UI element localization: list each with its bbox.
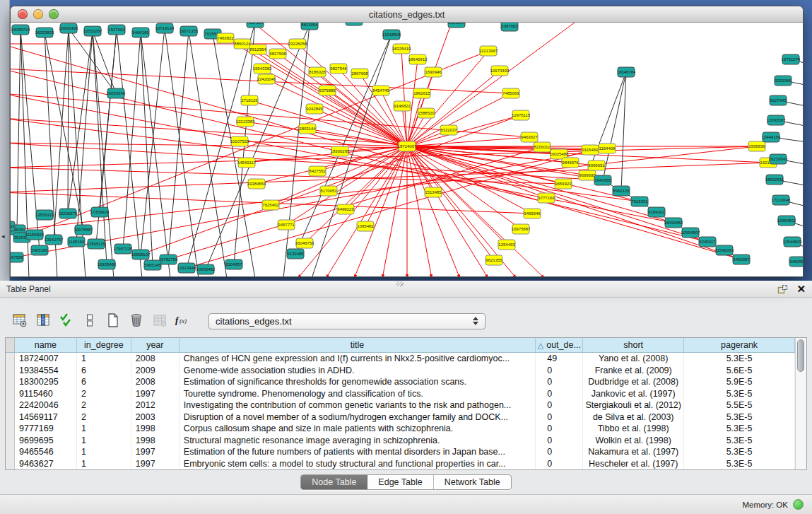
graph-node[interactable]: 12213967 [479, 46, 498, 56]
black-edge[interactable] [68, 28, 69, 214]
table-row[interactable]: 977716911998Corpus callosum shape and si… [6, 423, 795, 435]
zoom-window-icon[interactable] [49, 9, 59, 19]
network-graph[interactable]: 1872400724055724160538092069140610553287… [11, 23, 803, 276]
graph-node[interactable]: 30975887 [74, 225, 93, 235]
minimize-window-icon[interactable] [33, 9, 43, 19]
network-window[interactable]: citations_edges.txt 18724007240557241605… [10, 6, 804, 277]
black-edge[interactable] [93, 31, 107, 264]
select-checks-button[interactable] [57, 311, 76, 331]
graph-node[interactable]: 8960125 [613, 186, 630, 196]
graph-node[interactable]: 8099651 [588, 160, 605, 170]
column-header-in_degree[interactable]: in_degree [77, 338, 131, 352]
graph-node[interactable]: 1513485 [425, 187, 442, 197]
network-canvas[interactable]: 1872400724055724160538092069140610553287… [11, 23, 803, 276]
red-edge[interactable] [327, 90, 407, 146]
table-disabled-button[interactable] [151, 311, 169, 331]
network-window-titlebar[interactable]: citations_edges.txt [11, 6, 803, 23]
graph-node[interactable]: 10975887 [512, 224, 531, 234]
graph-node[interactable]: 15751074 [782, 54, 801, 64]
graph-node[interactable]: 1640955 [594, 175, 611, 185]
graph-node[interactable]: 18325419 [392, 44, 411, 54]
graph-node[interactable]: 1095482 [357, 221, 374, 231]
graph-node[interactable]: 12544829 [783, 237, 802, 247]
black-edge[interactable] [17, 30, 20, 230]
graph-node[interactable]: 23226058 [288, 39, 307, 49]
graph-node[interactable]: 8216012 [534, 142, 551, 152]
graph-node[interactable]: 2718126 [241, 95, 258, 105]
graph-node[interactable]: 12923448 [177, 263, 196, 273]
close-panel-icon[interactable]: ✕ [796, 284, 806, 294]
column-header-title[interactable]: title [180, 338, 536, 352]
graph-node[interactable]: 20206576 [59, 209, 78, 218]
graph-node[interactable]: 13505115 [87, 239, 106, 249]
graph-node[interactable]: 9375885 [319, 86, 336, 95]
graph-node[interactable]: 16543382 [253, 64, 272, 74]
graph-node[interactable]: 17210648 [772, 195, 791, 205]
graph-node[interactable]: 9827508 [269, 49, 286, 59]
graph-node[interactable]: 9827546 [330, 64, 347, 74]
graph-node[interactable]: 10935482 [196, 264, 216, 274]
new-document-button[interactable] [104, 311, 122, 331]
table-row[interactable]: 969969511998Structural magnetic resonanc… [6, 435, 795, 447]
tab-network-table[interactable]: Network Table [434, 475, 511, 489]
vertical-scrollbar[interactable] [795, 338, 806, 469]
graph-node[interactable]: 19384554 [247, 179, 266, 189]
tab-node-table[interactable]: Node Table [301, 475, 367, 489]
row-selection-button[interactable] [81, 311, 99, 331]
graph-node[interactable]: 8313054 [448, 23, 465, 28]
graph-node[interactable]: 9463627 [521, 132, 538, 142]
black-edge[interactable] [117, 30, 142, 276]
graph-node[interactable]: 16782759 [159, 255, 178, 264]
graph-node[interactable]: 8104957 [225, 259, 242, 269]
graph-node[interactable]: 7485063 [502, 88, 519, 98]
graph-node[interactable]: 12975115 [512, 110, 531, 120]
graph-node[interactable]: 7625402 [262, 200, 279, 210]
graph-node[interactable]: 2803144 [299, 124, 316, 134]
graph-node[interactable]: 8813054 [301, 23, 318, 30]
graph-node[interactable]: 2087682 [501, 23, 518, 31]
graph-node[interactable]: 2867608 [351, 69, 368, 78]
panel-collapse-arrow-icon[interactable]: ◂ [1, 233, 5, 240]
red-edge[interactable] [401, 49, 407, 146]
graph-node[interactable]: 8454749 [372, 86, 389, 95]
red-edge[interactable] [407, 137, 529, 146]
graph-node[interactable]: 18640910 [408, 54, 428, 64]
black-edge[interactable] [141, 33, 153, 265]
column-header-short[interactable]: short [583, 338, 684, 352]
graph-node[interactable]: 9146821 [394, 101, 411, 111]
table-select-dropdown[interactable]: citations_edges.txt [208, 313, 486, 329]
graph-node[interactable]: 16958107 [131, 250, 151, 259]
column-header-out_de[interactable]: △out_de... [536, 338, 583, 352]
graph-node[interactable]: 13942757 [45, 235, 64, 245]
table-row[interactable]: 1938455462009Genome-wide association stu… [6, 365, 795, 377]
graph-node[interactable]: 9777169 [538, 193, 555, 203]
table-row[interactable]: 1456911722003Disruption of a novel membe… [6, 411, 795, 424]
left-collapsed-panel[interactable]: ◂ [0, 0, 10, 281]
float-panel-icon[interactable] [777, 284, 788, 294]
graph-node[interactable]: 24055724 [11, 25, 30, 35]
red-edge[interactable] [407, 146, 494, 260]
graph-node[interactable]: 9460953 [789, 257, 803, 267]
graph-node[interactable]: 10719134 [155, 23, 175, 33]
graph-node[interactable]: 5905145 [144, 260, 161, 270]
table-row[interactable]: 946554611997Estimation of the future num… [6, 446, 795, 458]
graph-node[interactable]: 9699695 [579, 170, 596, 180]
graph-node[interactable]: 1527602 [108, 25, 125, 35]
graph-node[interactable]: 1690946 [425, 67, 442, 77]
graph-node[interactable]: 9242845 [306, 104, 323, 114]
graph-node[interactable]: 1862615 [413, 88, 430, 98]
graph-node[interactable]: 9130485 [287, 249, 304, 259]
column-visibility-button[interactable] [34, 311, 52, 331]
graph-node[interactable]: 11156829 [25, 230, 44, 240]
graph-node[interactable]: 16210643 [769, 154, 788, 164]
graph-node[interactable]: 16093482 [664, 218, 683, 228]
graph-node[interactable]: 16671355 [180, 26, 199, 36]
graph-node[interactable]: 10553287 [83, 26, 102, 36]
graph-node[interactable]: 13506113 [35, 210, 54, 220]
table-row[interactable]: 2242004622012Investigating the contribut… [6, 399, 795, 411]
graph-node[interactable]: 9227343 [770, 95, 787, 105]
graph-node[interactable]: 9397588 [11, 252, 23, 262]
black-edge[interactable] [587, 72, 626, 175]
graph-node[interactable]: 16935480 [98, 259, 117, 269]
scrollbar-thumb[interactable] [797, 339, 804, 372]
